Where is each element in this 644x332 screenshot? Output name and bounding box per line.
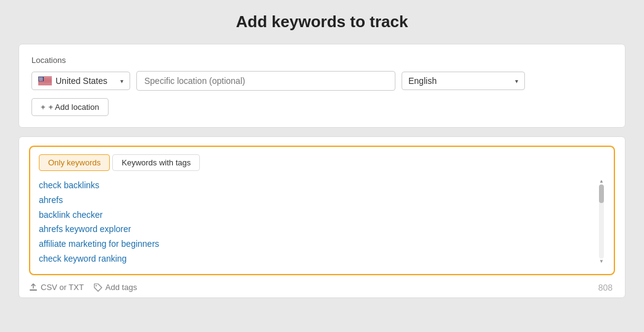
footer-left: CSV or TXT Add tags bbox=[29, 283, 137, 292]
page-title: Add keywords to track bbox=[236, 12, 408, 31]
svg-rect-8 bbox=[38, 82, 52, 83]
keyword-item: ahrefs keyword explorer bbox=[39, 222, 594, 237]
keywords-inner-box: Only keywords Keywords with tags check b… bbox=[29, 146, 615, 275]
upload-icon bbox=[29, 283, 38, 292]
svg-point-16 bbox=[41, 77, 41, 78]
country-chevron-icon: ▾ bbox=[120, 78, 123, 85]
keyword-item: check keyword ranking bbox=[39, 252, 594, 267]
svg-rect-7 bbox=[38, 81, 52, 82]
add-location-label: + Add location bbox=[49, 102, 99, 112]
add-location-button[interactable]: + + Add location bbox=[31, 98, 109, 116]
keywords-count: 808 bbox=[598, 283, 613, 293]
csv-upload-label: CSV or TXT bbox=[41, 283, 84, 292]
keyword-item: backlink checker bbox=[39, 208, 594, 223]
svg-point-20 bbox=[40, 78, 41, 78]
svg-point-19 bbox=[39, 78, 39, 78]
svg-point-18 bbox=[43, 77, 43, 78]
specific-location-input[interactable] bbox=[136, 71, 395, 91]
svg-point-24 bbox=[39, 78, 40, 79]
language-selector[interactable]: English ▾ bbox=[402, 72, 525, 90]
svg-point-14 bbox=[39, 77, 39, 78]
svg-point-39 bbox=[41, 80, 41, 81]
svg-rect-9 bbox=[38, 83, 52, 83]
tab-only-keywords[interactable]: Only keywords bbox=[39, 154, 110, 171]
svg-point-34 bbox=[41, 80, 41, 80]
svg-rect-12 bbox=[38, 85, 52, 85]
svg-point-23 bbox=[39, 78, 39, 79]
csv-upload-action[interactable]: CSV or TXT bbox=[29, 283, 84, 292]
keyword-item: ahrefs bbox=[39, 193, 594, 208]
keywords-footer: CSV or TXT Add tags 808 bbox=[29, 278, 615, 297]
tag-icon bbox=[94, 283, 102, 292]
keyword-item: check backlinks bbox=[39, 178, 594, 193]
scroll-up-icon[interactable]: ▲ bbox=[599, 178, 604, 185]
svg-point-31 bbox=[42, 79, 43, 80]
keywords-list[interactable]: check backlinksahrefsbacklink checkerahr… bbox=[39, 178, 594, 267]
svg-rect-10 bbox=[38, 83, 52, 84]
country-selector[interactable]: United States ▾ bbox=[31, 72, 130, 90]
svg-point-25 bbox=[41, 78, 41, 79]
add-location-plus-icon: + bbox=[41, 102, 46, 112]
add-tags-action[interactable]: Add tags bbox=[94, 283, 137, 292]
svg-point-38 bbox=[40, 80, 41, 81]
svg-point-37 bbox=[39, 80, 39, 81]
scrollbar[interactable]: ▲ ▼ bbox=[598, 178, 605, 267]
locations-label: Locations bbox=[31, 56, 613, 65]
language-name: English bbox=[408, 76, 511, 86]
svg-rect-11 bbox=[38, 84, 52, 85]
svg-point-21 bbox=[41, 78, 41, 78]
svg-point-30 bbox=[41, 79, 41, 80]
svg-point-40 bbox=[42, 80, 43, 81]
keywords-tabs: Only keywords Keywords with tags bbox=[39, 154, 605, 171]
scrollbar-thumb[interactable] bbox=[599, 185, 604, 203]
svg-point-32 bbox=[39, 80, 39, 80]
keyword-item: affiliate marketing for beginners bbox=[39, 237, 594, 252]
svg-rect-41 bbox=[30, 289, 37, 291]
svg-point-26 bbox=[41, 78, 42, 79]
us-flag-icon bbox=[38, 77, 52, 85]
svg-point-33 bbox=[39, 80, 40, 80]
svg-point-22 bbox=[42, 78, 43, 78]
keywords-card: Only keywords Keywords with tags check b… bbox=[19, 136, 625, 298]
svg-point-36 bbox=[43, 80, 43, 80]
language-chevron-icon: ▾ bbox=[515, 78, 518, 85]
svg-point-29 bbox=[40, 79, 41, 80]
locations-card: Locations bbox=[19, 44, 625, 128]
svg-point-42 bbox=[96, 285, 97, 286]
svg-point-17 bbox=[41, 77, 42, 78]
scroll-down-icon[interactable]: ▼ bbox=[599, 259, 604, 265]
locations-row: United States ▾ English ▾ bbox=[31, 71, 613, 91]
country-name: United States bbox=[56, 76, 117, 86]
tab-keywords-with-tags[interactable]: Keywords with tags bbox=[112, 154, 200, 171]
svg-point-35 bbox=[41, 80, 42, 80]
svg-point-28 bbox=[39, 79, 39, 80]
svg-point-27 bbox=[43, 78, 43, 79]
scrollbar-track bbox=[599, 185, 604, 259]
svg-point-15 bbox=[39, 77, 40, 78]
add-tags-label: Add tags bbox=[105, 283, 137, 292]
keywords-area: check backlinksahrefsbacklink checkerahr… bbox=[39, 178, 605, 267]
